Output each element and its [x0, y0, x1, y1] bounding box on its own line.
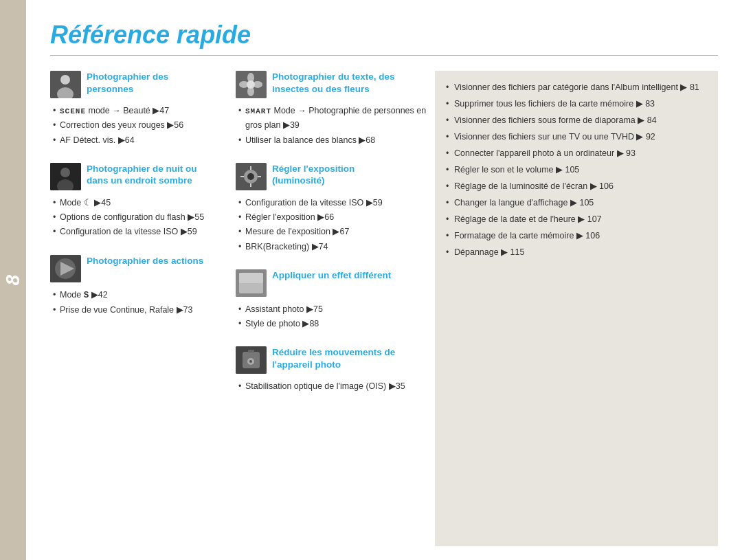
column-3-sidebar: Visionner des fichiers par catégorie dan…: [435, 71, 718, 546]
svg-point-30: [249, 360, 252, 363]
list-item: Réglage de la luminosité de l'écran ▶ 10…: [446, 179, 707, 193]
list-item: Options de configuration du flash ▶55: [53, 210, 229, 225]
main-content: Référence rapide Pho: [26, 0, 742, 560]
list-item: Dépannage ▶ 115: [446, 245, 707, 259]
section-photographier-texte: Photographier du texte, desinsectes ou d…: [236, 71, 428, 148]
list-item: Mode ☾ ▶45: [53, 196, 229, 210]
svg-point-15: [239, 81, 249, 88]
column-2: Photographier du texte, desinsectes ou d…: [236, 71, 435, 546]
list-item: Correction des yeux rouges ▶56: [53, 118, 229, 133]
list-item: Visionner des fichiers par catégorie dan…: [446, 80, 707, 94]
content-area: Photographier despersonnes SCENE mode → …: [50, 71, 718, 546]
section-items-personnes: SCENE mode → Beauté ▶47 Correction des y…: [50, 104, 229, 148]
section-header: Photographier des actions: [50, 255, 229, 282]
section-title-texte: Photographier du texte, desinsectes ou d…: [272, 71, 395, 95]
section-items-texte: SMART Mode → Photographie de personnes e…: [236, 104, 428, 148]
icon-flower: [236, 71, 267, 98]
list-item: Utiliser la balance des blancs ▶68: [238, 133, 428, 148]
section-regler-exposition: Régler l'exposition(luminosité) Configur…: [236, 163, 428, 254]
svg-point-13: [253, 81, 262, 88]
page-title: Référence rapide: [50, 21, 718, 49]
section-items-actions: Mode S ▶42 Prise de vue Continue, Rafale…: [50, 288, 229, 318]
icon-reduce: [236, 346, 267, 374]
list-item: AF Détect. vis. ▶64: [53, 133, 229, 148]
list-item: Configuration de la vitesse ISO ▶59: [53, 225, 229, 239]
icon-exposure: [236, 163, 267, 190]
section-header: Photographier du texte, desinsectes ou d…: [236, 71, 428, 98]
section-title-personnes: Photographier despersonnes: [87, 71, 168, 95]
section-header: Régler l'exposition(luminosité): [236, 163, 428, 190]
section-items-nuit: Mode ☾ ▶45 Options de configuration du f…: [50, 196, 229, 240]
column-1: Photographier despersonnes SCENE mode → …: [50, 71, 236, 546]
list-item: Prise de vue Continue, Rafale ▶73: [53, 303, 229, 317]
list-item: Réglage de la date et de l'heure ▶ 107: [446, 212, 707, 226]
keyword-s: S: [84, 291, 89, 300]
section-photographier-actions: Photographier des actions Mode S ▶42 Pri…: [50, 255, 229, 318]
list-item: Stabilisation optique de l'image (OIS) ▶…: [238, 379, 428, 394]
section-title-reduire: Réduire les mouvements del'appareil phot…: [272, 346, 395, 370]
svg-rect-6: [50, 163, 81, 190]
list-item: Visionner des fichiers sur une TV ou une…: [446, 130, 707, 144]
section-header: Photographier despersonnes: [50, 71, 229, 98]
list-item: BRK(Bracketing) ▶74: [238, 240, 428, 254]
list-item: SCENE mode → Beauté ▶47: [53, 104, 229, 118]
list-item: Formatage de la carte mémoire ▶ 106: [446, 229, 707, 243]
chapter-tab: 8: [0, 0, 26, 560]
keyword-scene: SCENE: [60, 107, 86, 115]
list-item: Mode S ▶42: [53, 288, 229, 303]
icon-effect: [236, 269, 267, 297]
keyword-smart: SMART: [245, 107, 271, 115]
list-item: SMART Mode → Photographie de personnes e…: [238, 104, 428, 133]
list-item: Mesure de l'exposition ▶67: [238, 225, 428, 239]
section-title-nuit: Photographier de nuit oudans un endroit …: [87, 163, 197, 187]
icon-person: [50, 71, 81, 98]
list-item: Régler le son et le volume ▶ 105: [446, 163, 707, 177]
section-title-exposition: Régler l'exposition(luminosité): [272, 163, 355, 187]
page: 8 Référence rapide: [0, 0, 742, 560]
list-item: Supprimer tous les fichiers de la carte …: [446, 97, 707, 111]
section-title-effet: Appliquer un effet différent: [272, 269, 391, 282]
section-header: Photographier de nuit oudans un endroit …: [50, 163, 229, 190]
icon-night: [50, 163, 81, 190]
list-item: Style de photo ▶88: [238, 317, 428, 331]
list-item: Changer la langue d'affichage ▶ 105: [446, 196, 707, 210]
chapter-number: 8: [2, 275, 24, 286]
section-reduire-mouvements: Réduire les mouvements del'appareil phot…: [236, 346, 428, 394]
svg-point-18: [247, 173, 254, 180]
section-items-reduire: Stabilisation optique de l'image (OIS) ▶…: [236, 379, 428, 394]
title-divider: [50, 55, 718, 56]
list-item: Connecter l'appareil photo à un ordinate…: [446, 146, 707, 160]
section-items-effet: Assistant photo ▶75 Style de photo ▶88: [236, 302, 428, 332]
icon-action: [50, 255, 81, 282]
svg-rect-28: [248, 350, 254, 352]
list-item: Configuration de la vitesse ISO ▶59: [238, 196, 428, 210]
section-title-actions: Photographier des actions: [87, 255, 203, 267]
svg-point-12: [247, 73, 254, 82]
section-header: Réduire les mouvements del'appareil phot…: [236, 346, 428, 374]
right-items-list: Visionner des fichiers par catégorie dan…: [446, 80, 707, 259]
section-items-exposition: Configuration de la vitesse ISO ▶59 Régl…: [236, 196, 428, 254]
svg-rect-25: [239, 273, 263, 283]
list-item: Assistant photo ▶75: [238, 302, 428, 317]
list-item: Visionner des fichiers sous forme de dia…: [446, 113, 707, 127]
section-appliquer-effet: Appliquer un effet différent Assistant p…: [236, 269, 428, 332]
svg-point-14: [247, 87, 254, 96]
list-item: Régler l'exposition ▶66: [238, 210, 428, 225]
svg-point-1: [60, 75, 70, 85]
section-photographier-nuit: Photographier de nuit oudans un endroit …: [50, 163, 229, 240]
section-header: Appliquer un effet différent: [236, 269, 428, 297]
section-photographier-personnes: Photographier despersonnes SCENE mode → …: [50, 71, 229, 148]
